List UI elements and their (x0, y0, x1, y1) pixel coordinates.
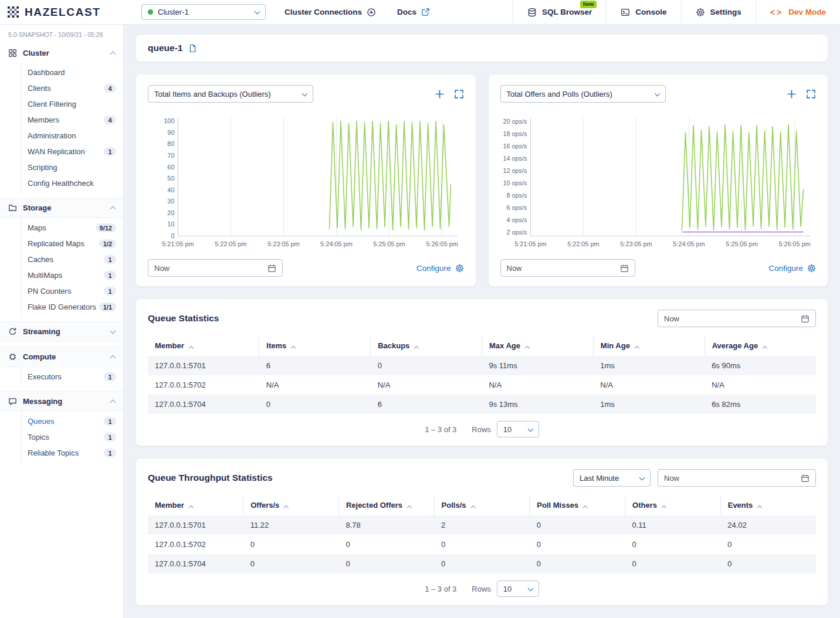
cell: 1ms (593, 395, 704, 414)
configure-link-offers[interactable]: Configure (768, 264, 816, 273)
sort-asc-icon (757, 505, 762, 510)
cell: 0 (371, 356, 482, 375)
cell-member: 127.0.0.1:5702 (148, 535, 243, 554)
column-label: Average Age (712, 341, 758, 350)
code-icon: <> (770, 8, 783, 17)
time-picker-items[interactable]: Now (148, 259, 283, 277)
item-label: Dashboard (28, 68, 116, 77)
brand[interactable]: HAZELCAST (0, 0, 124, 24)
sidebar-item-scripting[interactable]: Scripting (22, 159, 123, 175)
dev-mode-button[interactable]: <> Dev Mode (756, 0, 840, 24)
docs-link[interactable]: Docs (387, 0, 441, 24)
metric-selector-items[interactable]: Total Items and Backups (Outliers) (148, 85, 313, 103)
sidebar-section-header-messaging[interactable]: Messaging (0, 391, 123, 412)
main-content: queue-1 Total Items and Backups (Outlier… (124, 25, 840, 618)
sidebar-item-wan-replication[interactable]: WAN Replication1 (22, 144, 123, 159)
count-badge: 1/1 (99, 303, 116, 311)
item-label: Client Filtering (28, 100, 116, 108)
sidebar-item-members[interactable]: Members4 (22, 112, 123, 128)
item-label: Reliable Topics (28, 449, 104, 457)
time-picker-throughput[interactable]: Now (658, 469, 816, 487)
sidebar-item-client-filtering[interactable]: Client Filtering (22, 96, 123, 112)
sidebar-item-maps[interactable]: Maps9/12 (22, 220, 123, 236)
svg-text:6 ops/s: 6 ops/s (506, 204, 527, 211)
column-header-max-age[interactable]: Max Age (482, 335, 593, 356)
sidebar-item-config-healthcheck[interactable]: Config Healthcheck (22, 175, 123, 191)
time-picker-value: Now (154, 264, 170, 273)
sql-browser-button[interactable]: New SQL Browser (513, 0, 606, 24)
sidebar-item-flake-id-generators[interactable]: Flake ID Generators1/1 (22, 299, 123, 315)
sidebar-item-pn-counters[interactable]: PN Counters1 (22, 283, 123, 299)
chevron-down-icon (110, 328, 116, 334)
cell: 0.11 (625, 515, 721, 535)
column-label: Offers/s (250, 501, 279, 510)
document-icon[interactable] (188, 44, 197, 53)
sidebar-item-reliable-topics[interactable]: Reliable Topics1 (22, 445, 123, 461)
sidebar-item-caches[interactable]: Caches1 (22, 252, 123, 267)
svg-text:20 ops/s: 20 ops/s (503, 118, 527, 125)
expand-icon[interactable] (454, 89, 464, 99)
add-chart-icon[interactable] (435, 89, 445, 99)
sidebar-item-topics[interactable]: Topics1 (22, 429, 123, 445)
cell: 9s 11ms (482, 356, 593, 375)
column-header-rejected-offers[interactable]: Rejected Offers (338, 495, 434, 515)
column-header-backups[interactable]: Backups (371, 335, 482, 356)
column-header-others[interactable]: Others (625, 495, 721, 515)
expand-icon[interactable] (806, 89, 816, 99)
column-header-member[interactable]: Member (148, 335, 259, 356)
sidebar-item-multimaps[interactable]: MultiMaps1 (22, 267, 123, 283)
console-icon (621, 8, 630, 17)
rows-label: Rows (472, 585, 491, 593)
column-header-member[interactable]: Member (148, 495, 243, 515)
cell: 0 (530, 554, 625, 573)
time-picker-queue-stats[interactable]: Now (658, 310, 816, 327)
column-header-poll-misses[interactable]: Poll Misses (530, 495, 625, 515)
console-button[interactable]: Console (606, 0, 680, 24)
chevron-up-icon (110, 206, 116, 212)
table-row: 127.0.0.1:5702 N/A N/A N/A N/A N/A (148, 375, 816, 395)
column-header-min-age[interactable]: Min Age (593, 335, 704, 356)
cluster-selector-value: Cluster-1 (158, 8, 189, 16)
header-spacer (441, 0, 513, 24)
configure-link-items[interactable]: Configure (416, 264, 464, 273)
time-picker-offers[interactable]: Now (500, 259, 635, 277)
add-chart-icon[interactable] (787, 89, 797, 99)
metric-selector-offers[interactable]: Total Offers and Polls (Outliers) (500, 85, 666, 103)
column-header-average-age[interactable]: Average Age (704, 335, 816, 356)
cluster-connections-button[interactable]: Cluster Connections (274, 0, 387, 24)
cell: 0 (434, 535, 530, 554)
sidebar-item-clients[interactable]: Clients4 (22, 80, 123, 96)
section-label: Streaming (23, 327, 60, 336)
interval-select[interactable]: Last Minute (573, 469, 651, 487)
sidebar-item-replicated-maps[interactable]: Replicated Maps1/2 (22, 236, 123, 252)
sidebar-section-header-storage[interactable]: Storage (0, 198, 123, 218)
rows-per-page-select[interactable]: 10 (497, 421, 539, 437)
column-header-events[interactable]: Events (720, 495, 816, 515)
sort-asc-icon (407, 505, 412, 510)
sidebar-section-header-compute[interactable]: Compute (0, 347, 123, 367)
console-label: Console (635, 8, 666, 16)
version-label: 5.0-SNAPSHOT - 10/09/21 - 05:26 (0, 25, 123, 43)
cell: 6s 82ms (704, 395, 816, 414)
count-badge: 4 (104, 84, 116, 93)
column-label: Min Age (601, 341, 630, 350)
sidebar-section-header-streaming[interactable]: Streaming (0, 321, 123, 342)
settings-button[interactable]: Settings (681, 0, 756, 24)
svg-text:10 ops/s: 10 ops/s (503, 179, 527, 186)
column-header-items[interactable]: Items (259, 335, 371, 356)
sidebar-section-header-cluster[interactable]: Cluster (0, 43, 123, 63)
column-header-offers[interactable]: Offers/s (243, 495, 339, 515)
cell-member: 127.0.0.1:5704 (148, 395, 259, 414)
column-header-polls[interactable]: Polls/s (434, 495, 530, 515)
rows-per-page-select[interactable]: 10 (497, 580, 539, 597)
count-badge: 1 (104, 287, 116, 296)
sidebar-item-executors[interactable]: Executors1 (22, 369, 123, 385)
sort-asc-icon (414, 346, 419, 351)
time-picker-value: Now (507, 264, 522, 273)
brand-name: HAZELCAST (25, 6, 100, 19)
sort-asc-icon (635, 346, 639, 351)
cluster-selector[interactable]: Cluster-1 (141, 4, 266, 20)
sidebar-item-dashboard[interactable]: Dashboard (22, 64, 123, 80)
sidebar-item-queues[interactable]: Queues1 (22, 413, 123, 429)
sidebar-item-administration[interactable]: Administration (22, 128, 123, 144)
